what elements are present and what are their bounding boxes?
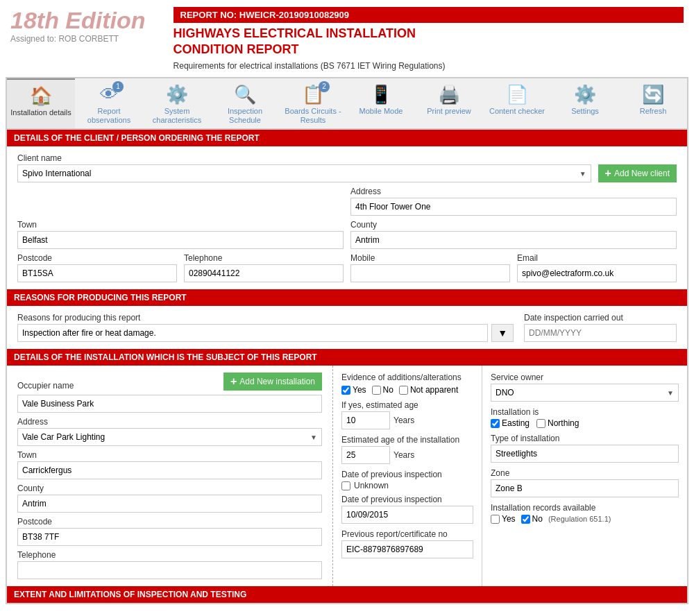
nav-system-characteristics[interactable]: ⚙️ System characteristics bbox=[143, 78, 211, 128]
nav-inspection-schedule-label: Inspection Schedule bbox=[212, 107, 278, 125]
client-section-body: Client name Spivo International ▼ + Add … bbox=[7, 146, 687, 289]
nav-installation-details[interactable]: 🏠 Installation details bbox=[7, 78, 75, 128]
reasons-section-header: REASONS FOR PRODUCING THIS REPORT bbox=[7, 289, 687, 306]
install-postcode-input[interactable] bbox=[17, 528, 322, 546]
refresh-icon: 🔄 bbox=[642, 84, 664, 105]
mobile-icon: 📱 bbox=[370, 84, 392, 105]
email-input[interactable] bbox=[517, 264, 677, 282]
date-prev-inspection-label: Date of previous inspection bbox=[341, 470, 473, 479]
nav-installation-details-label: Installation details bbox=[10, 108, 71, 117]
occupier-label: Occupier name bbox=[17, 381, 74, 391]
nav-report-observations[interactable]: 👁 1 Report observations bbox=[75, 78, 143, 128]
client-name-dropdown[interactable]: Spivo International ▼ bbox=[17, 164, 591, 182]
county-input[interactable] bbox=[350, 231, 677, 249]
client-name-label: Client name bbox=[17, 153, 591, 163]
dropdown-arrow-client: ▼ bbox=[579, 170, 586, 178]
installation-is-label: Installation is bbox=[491, 407, 679, 417]
type-installation-label: Type of installation bbox=[491, 434, 679, 443]
unknown-label: Unknown bbox=[354, 481, 389, 490]
date-inspection-input[interactable] bbox=[524, 324, 677, 342]
zone-label: Zone bbox=[491, 468, 679, 478]
county-label: County bbox=[350, 220, 677, 230]
boards-circuits-badge: 2 bbox=[319, 81, 330, 92]
evidence-no-checkbox[interactable] bbox=[372, 386, 381, 395]
nav-content-checker-label: Content checker bbox=[489, 107, 545, 116]
date-prev-inspection-input[interactable] bbox=[341, 506, 473, 524]
installation-records-label: Installation records available bbox=[491, 503, 679, 513]
nav-refresh[interactable]: 🔄 Refresh bbox=[619, 78, 687, 128]
report-header: REPORT NO: HWEICR-20190910082909 HIGHWAY… bbox=[174, 7, 684, 71]
install-town-input[interactable] bbox=[17, 461, 322, 479]
app-title: 18th Edition bbox=[10, 7, 146, 34]
install-telephone-input[interactable] bbox=[17, 561, 322, 579]
records-yes-checkbox[interactable] bbox=[491, 515, 500, 524]
nav-content-checker[interactable]: 📄 Content checker bbox=[483, 78, 551, 128]
telephone-label: Telephone bbox=[184, 253, 344, 263]
nav-print-preview-label: Print preview bbox=[427, 107, 471, 116]
estimated-age-input[interactable] bbox=[341, 411, 390, 429]
est-age-input[interactable] bbox=[341, 446, 390, 464]
gear-icon-system: ⚙️ bbox=[166, 84, 188, 105]
install-telephone-label: Telephone bbox=[17, 550, 322, 560]
service-owner-dropdown[interactable]: DNO ▼ bbox=[491, 384, 679, 402]
unknown-checkbox[interactable] bbox=[341, 481, 350, 490]
client-name-value: Spivo International bbox=[22, 169, 579, 178]
add-new-installation-button[interactable]: + Add New installation bbox=[223, 373, 322, 391]
town-label: Town bbox=[17, 220, 344, 230]
zone-input[interactable] bbox=[491, 479, 679, 497]
document-icon: 📄 bbox=[506, 84, 528, 105]
assigned-to: Assigned to: ROB CORBETT bbox=[10, 34, 146, 44]
nav-inspection-schedule[interactable]: 🔍 Inspection Schedule bbox=[211, 78, 279, 128]
if-yes-age-label: If yes, estimated age bbox=[341, 400, 473, 410]
service-owner-label: Service owner bbox=[491, 373, 679, 382]
header-left: 18th Edition Assigned to: ROB CORBETT bbox=[10, 7, 146, 44]
install-address-dropdown[interactable]: Vale Car Park Lighting ▼ bbox=[17, 428, 322, 446]
report-title: HIGHWAYS ELECTRICAL INSTALLATIONCONDITIO… bbox=[174, 26, 684, 58]
install-town-label: Town bbox=[17, 450, 322, 460]
email-label: Email bbox=[517, 253, 677, 263]
postcode-input[interactable] bbox=[17, 264, 177, 282]
town-input[interactable] bbox=[17, 231, 344, 249]
client-section-header: DETAILS OF THE CLIENT / PERSON ORDERING … bbox=[7, 130, 687, 146]
nav-mobile-mode[interactable]: 📱 Mobile Mode bbox=[347, 78, 415, 128]
extent-limitations-header: EXTENT AND LIMITATIONS OF INSPECTION AND… bbox=[7, 586, 687, 603]
evidence-not-apparent-checkbox[interactable] bbox=[399, 386, 408, 395]
plus-icon-install: + bbox=[230, 375, 237, 388]
nav-print-preview[interactable]: 🖨️ Print preview bbox=[415, 78, 483, 128]
nav-boards-circuits[interactable]: 📋 2 Boards Circuits - Results bbox=[279, 78, 347, 128]
mobile-input[interactable] bbox=[350, 264, 510, 282]
address-input[interactable] bbox=[350, 198, 677, 216]
northing-checkbox[interactable] bbox=[536, 419, 545, 428]
records-no-checkbox[interactable] bbox=[521, 515, 530, 524]
install-county-input[interactable] bbox=[17, 495, 322, 513]
report-desc: Requirements for electrical installation… bbox=[174, 61, 684, 71]
reason-input[interactable] bbox=[17, 324, 488, 342]
installation-section-body: Occupier name + Add New installation Add… bbox=[7, 366, 687, 586]
nav-system-characteristics-label: System characteristics bbox=[144, 107, 210, 125]
mobile-label: Mobile bbox=[350, 253, 510, 263]
nav-report-observations-label: Report observations bbox=[76, 107, 142, 125]
type-installation-input[interactable] bbox=[491, 445, 679, 463]
dropdown-arrow-service: ▼ bbox=[667, 389, 674, 397]
nav-boards-circuits-label: Boards Circuits - Results bbox=[280, 107, 346, 125]
records-note: (Regulation 651.1) bbox=[548, 515, 611, 523]
print-icon: 🖨️ bbox=[438, 84, 460, 105]
nav-settings[interactable]: ⚙️ Settings bbox=[551, 78, 619, 128]
reason-label: Reasons for producing this report bbox=[17, 313, 514, 323]
report-no-bar: REPORT NO: HWEICR-20190910082909 bbox=[174, 7, 684, 23]
telephone-input[interactable] bbox=[184, 264, 344, 282]
nav-settings-label: Settings bbox=[571, 107, 599, 116]
easting-checkbox[interactable] bbox=[491, 419, 500, 428]
nav-mobile-mode-label: Mobile Mode bbox=[359, 107, 403, 116]
dropdown-arrow-install-addr: ▼ bbox=[310, 434, 317, 441]
reasons-section-body: Reasons for producing this report ▼ Date… bbox=[7, 306, 687, 349]
search-icon: 🔍 bbox=[234, 84, 256, 105]
evidence-yes-checkbox[interactable] bbox=[341, 386, 350, 395]
date-prev-inspection-label2: Date of previous inspection bbox=[341, 495, 473, 504]
reason-dropdown-button[interactable]: ▼ bbox=[491, 324, 514, 342]
add-new-client-button[interactable]: + Add New client bbox=[598, 164, 677, 182]
prev-cert-input[interactable] bbox=[341, 540, 473, 558]
occupier-input[interactable] bbox=[17, 395, 322, 413]
years-label-1: Years bbox=[393, 416, 414, 425]
plus-icon-client: + bbox=[605, 167, 611, 180]
